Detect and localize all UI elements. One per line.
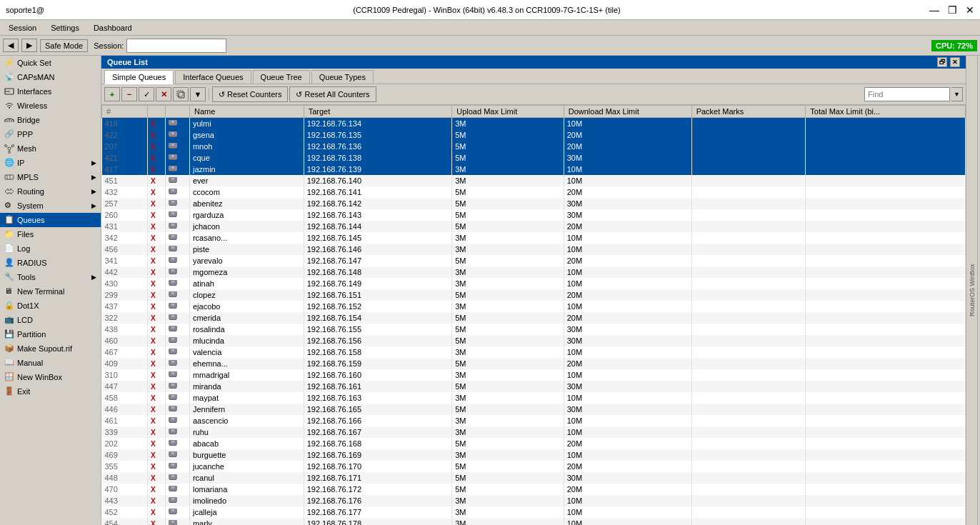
table-row[interactable]: 456 X piste 192.168.76.146 3M 10M bbox=[102, 244, 966, 255]
sidebar-item-make-supout[interactable]: 📦 Make Supout.rif bbox=[0, 341, 101, 356]
table-row[interactable]: 409 X ehemna... 192.168.76.159 5M 20M bbox=[102, 358, 966, 369]
sidebar-item-tools[interactable]: 🔧 Tools bbox=[0, 270, 101, 284]
sidebar-item-ip[interactable]: 🌐 IP bbox=[0, 156, 101, 170]
table-row[interactable]: 458 X maypat 192.168.76.163 3M 10M bbox=[102, 392, 966, 404]
menu-settings[interactable]: Settings bbox=[45, 22, 85, 34]
table-row[interactable]: 460 X mlucinda 192.168.76.156 5M 30M bbox=[102, 335, 966, 346]
sidebar-item-quick-set[interactable]: ⚡ Quick Set bbox=[0, 56, 101, 70]
table-row[interactable]: 452 X jcalleja 192.168.76.177 3M 10M bbox=[102, 506, 966, 518]
minimize-button[interactable]: — bbox=[929, 4, 939, 16]
table-row[interactable]: 470 X lomariana 192.168.76.172 5M 20M bbox=[102, 484, 966, 495]
table-row[interactable]: 310 X mmadrigal 192.168.76.160 3M 10M bbox=[102, 369, 966, 381]
table-row[interactable]: 454 X marly 192.168.76.178 3M 10M bbox=[102, 518, 966, 526]
table-row[interactable]: 421 X cque 192.168.76.138 5M 30M bbox=[102, 152, 966, 164]
table-row[interactable]: 451 X ever 192.168.76.140 3M 10M bbox=[102, 175, 966, 186]
table-row[interactable]: 446 X Jennifern 192.168.76.165 5M 30M bbox=[102, 404, 966, 415]
sidebar-item-new-winbox[interactable]: 🪟 New WinBox bbox=[0, 370, 101, 384]
cell-num: 437 bbox=[102, 301, 148, 312]
sidebar-item-wireless[interactable]: Wireless bbox=[0, 99, 101, 113]
copy-button[interactable] bbox=[173, 87, 189, 101]
cell-x: X bbox=[147, 164, 166, 175]
find-dropdown[interactable]: ▼ bbox=[951, 87, 963, 101]
sidebar-item-system[interactable]: ⚙ System bbox=[0, 199, 101, 213]
sidebar-item-exit[interactable]: 🚪 Exit bbox=[0, 384, 101, 399]
col-header-download[interactable]: Download Max Limit bbox=[564, 106, 691, 118]
table-row[interactable]: 422 X gsena 192.168.76.135 5M 20M bbox=[102, 129, 966, 141]
table-row[interactable]: 442 X mgomeza 192.168.76.148 3M 10M bbox=[102, 266, 966, 278]
sidebar-item-routing[interactable]: Routing bbox=[0, 184, 101, 199]
table-row[interactable]: 355 X jucanche 192.168.76.170 5M 20M bbox=[102, 461, 966, 472]
col-header-x[interactable] bbox=[147, 106, 166, 118]
filter-button[interactable]: ▼ bbox=[190, 87, 206, 101]
sidebar-item-files[interactable]: 📁 Files bbox=[0, 227, 101, 241]
table-row[interactable]: 207 X mnoh 192.168.76.136 5M 20M bbox=[102, 141, 966, 152]
back-button[interactable]: ◀ bbox=[3, 39, 19, 52]
enable-button[interactable]: ✓ bbox=[139, 87, 154, 101]
sidebar-item-dot1x[interactable]: 🔒 Dot1X bbox=[0, 299, 101, 313]
col-header-target[interactable]: Target bbox=[304, 106, 452, 118]
table-row[interactable]: 437 X ejacobo 192.168.76.152 3M 10M bbox=[102, 301, 966, 312]
sidebar-item-radius[interactable]: 👤 RADIUS bbox=[0, 256, 101, 270]
find-input[interactable] bbox=[864, 87, 950, 101]
tab-interface-queues[interactable]: Interface Queues bbox=[175, 70, 251, 84]
cell-target: 192.168.76.169 bbox=[304, 449, 452, 461]
sidebar-item-lcd[interactable]: 📺 LCD bbox=[0, 313, 101, 327]
disable-button[interactable]: ✕ bbox=[156, 87, 171, 101]
queue-restore-button[interactable]: 🗗 bbox=[937, 57, 947, 67]
table-row[interactable]: 431 X jchacon 192.168.76.144 5M 20M bbox=[102, 221, 966, 232]
table-row[interactable]: 430 X atinah 192.168.76.149 3M 10M bbox=[102, 278, 966, 289]
sidebar-item-bridge[interactable]: Bridge bbox=[0, 113, 101, 127]
tab-queue-tree[interactable]: Queue Tree bbox=[253, 70, 310, 84]
add-button[interactable]: + bbox=[104, 87, 120, 101]
sidebar-item-new-terminal[interactable]: 🖥 New Terminal bbox=[0, 284, 101, 299]
table-row[interactable]: 443 X imolinedo 192.168.76.176 3M 10M bbox=[102, 495, 966, 506]
queue-close-button[interactable]: ✕ bbox=[950, 57, 960, 67]
table-row[interactable]: 438 X rosalinda 192.168.76.155 5M 30M bbox=[102, 324, 966, 335]
table-row[interactable]: 257 X abenitez 192.168.76.142 5M 30M bbox=[102, 198, 966, 209]
table-row[interactable]: 447 X miranda 192.168.76.161 5M 30M bbox=[102, 381, 966, 392]
remove-button[interactable]: − bbox=[121, 87, 137, 101]
table-row[interactable]: 448 X rcanul 192.168.76.171 5M 30M bbox=[102, 472, 966, 484]
session-input[interactable] bbox=[126, 39, 226, 53]
table-row[interactable]: 202 X abacab 192.168.76.168 5M 20M bbox=[102, 438, 966, 449]
table-row[interactable]: 417 X jazmin 192.168.76.139 3M 10M bbox=[102, 164, 966, 175]
table-row[interactable]: 322 X cmerida 192.168.76.154 5M 20M bbox=[102, 312, 966, 324]
menu-session[interactable]: Session bbox=[3, 22, 42, 34]
reset-all-counters-button[interactable]: ↺ Reset All Counters bbox=[289, 86, 376, 102]
table-row[interactable]: 432 X ccocom 192.168.76.141 5M 20M bbox=[102, 186, 966, 198]
safe-mode-button[interactable]: Safe Mode bbox=[40, 39, 88, 52]
reset-counters-button[interactable]: ↺ Reset Counters bbox=[212, 86, 288, 102]
sidebar-item-capsman[interactable]: 📡 CAPsMAN bbox=[0, 70, 101, 84]
sidebar-item-partition[interactable]: 💾 Partition bbox=[0, 327, 101, 341]
table-row[interactable]: 418 X yulmi 192.168.76.134 3M 10M bbox=[102, 118, 966, 129]
queue-table-container[interactable]: # Name Target Upload Max Limit Download … bbox=[101, 105, 966, 525]
tab-queue-types[interactable]: Queue Types bbox=[311, 70, 374, 84]
sidebar-item-mesh[interactable]: Mesh bbox=[0, 141, 101, 156]
col-header-name[interactable]: Name bbox=[189, 106, 304, 118]
sidebar-item-queues[interactable]: 📋 Queues bbox=[0, 213, 101, 227]
col-header-total[interactable]: Total Max Limit (bi... bbox=[806, 106, 966, 118]
tab-simple-queues[interactable]: Simple Queues bbox=[104, 70, 174, 84]
col-header-num[interactable]: # bbox=[102, 106, 148, 118]
sidebar-item-manual[interactable]: 📖 Manual bbox=[0, 356, 101, 370]
sidebar-item-interfaces[interactable]: Interfaces bbox=[0, 84, 101, 99]
sidebar-item-ppp[interactable]: 🔗 PPP bbox=[0, 127, 101, 141]
table-row[interactable]: 469 X burguette 192.168.76.169 3M 10M bbox=[102, 449, 966, 461]
table-row[interactable]: 299 X clopez 192.168.76.151 5M 20M bbox=[102, 289, 966, 301]
col-header-marks[interactable]: Packet Marks bbox=[691, 106, 806, 118]
close-button[interactable]: ✕ bbox=[966, 4, 974, 16]
cell-total bbox=[806, 324, 966, 335]
sidebar-item-log[interactable]: 📄 Log bbox=[0, 241, 101, 256]
table-row[interactable]: 342 X rcasano... 192.168.76.145 3M 10M bbox=[102, 232, 966, 244]
col-header-icon[interactable] bbox=[166, 106, 190, 118]
table-row[interactable]: 341 X yarevalo 192.168.76.147 5M 20M bbox=[102, 255, 966, 266]
col-header-upload[interactable]: Upload Max Limit bbox=[452, 106, 564, 118]
sidebar-item-mpls[interactable]: MPLS bbox=[0, 170, 101, 184]
table-row[interactable]: 467 X valencia 192.168.76.158 3M 10M bbox=[102, 346, 966, 358]
table-row[interactable]: 461 X aascencio 192.168.76.166 3M 10M bbox=[102, 415, 966, 426]
table-row[interactable]: 339 X ruhu 192.168.76.167 3M 10M bbox=[102, 426, 966, 438]
forward-button[interactable]: ▶ bbox=[21, 39, 37, 52]
menu-dashboard[interactable]: Dashboard bbox=[88, 22, 138, 34]
table-row[interactable]: 260 X rgarduza 192.168.76.143 5M 30M bbox=[102, 209, 966, 221]
maximize-button[interactable]: ❐ bbox=[948, 4, 957, 16]
